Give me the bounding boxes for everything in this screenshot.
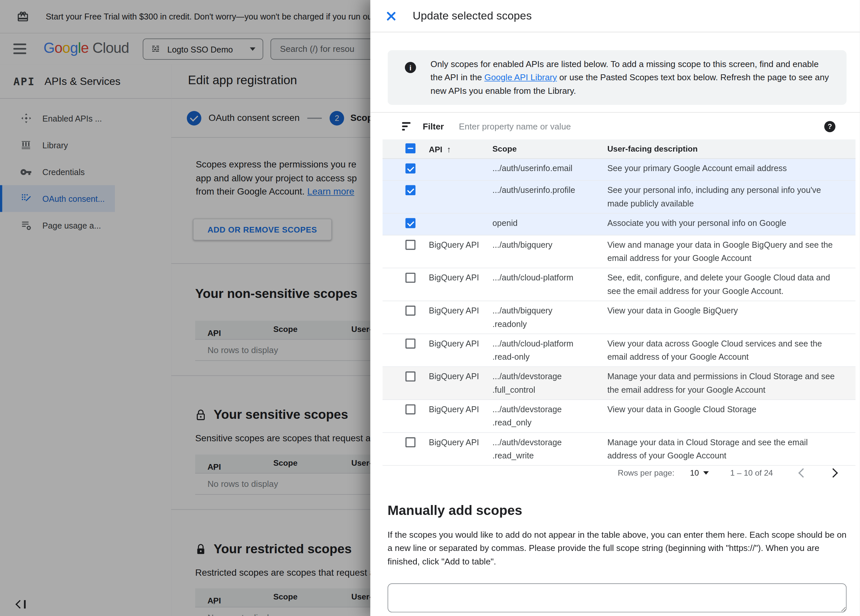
scope-row: BigQuery API.../auth/devstorage.full_con… — [383, 367, 855, 400]
scopes-table-header: API↑ Scope User-facing description — [383, 139, 855, 159]
description-cell: View your data in Google Cloud Storage — [607, 402, 847, 416]
scope-row: BigQuery API.../auth/bigqueryView and ma… — [383, 236, 855, 269]
scope-cell: .../auth/devstorage.read_write — [493, 436, 607, 462]
manual-scopes-textarea[interactable] — [388, 583, 847, 612]
scope-cell: .../auth/cloud-platform — [493, 271, 607, 285]
pagination-range: 1 – 10 of 24 — [730, 468, 773, 477]
scope-row: .../auth/userinfo.emailSee your primary … — [383, 159, 855, 181]
row-checkbox[interactable] — [406, 404, 416, 414]
pagination: Rows per page: 10 1 – 10 of 24 — [618, 461, 860, 485]
scope-cell: .../auth/userinfo.profile — [493, 184, 607, 197]
column-description[interactable]: User-facing description — [607, 145, 847, 153]
checkbox-cell — [383, 337, 429, 352]
checkbox-cell — [383, 271, 429, 287]
scope-cell: .../auth/bigquery — [493, 238, 607, 252]
description-cell: See your primary Google Account email ad… — [607, 162, 847, 175]
rows-per-page-label: Rows per page: — [618, 468, 674, 477]
manually-add-scopes-title: Manually add scopes — [388, 502, 523, 518]
help-icon[interactable]: ? — [824, 121, 836, 132]
description-cell: See your personal info, including any pe… — [607, 184, 847, 211]
api-cell: BigQuery API — [429, 238, 493, 252]
checkbox-cell — [383, 304, 429, 319]
info-banner: i Only scopes for enabled APIs are liste… — [388, 50, 847, 105]
row-checkbox[interactable] — [406, 185, 416, 195]
row-checkbox[interactable] — [406, 372, 416, 382]
api-cell: BigQuery API — [429, 370, 493, 383]
gcp-console: Start your Free Trial with $300 in credi… — [0, 0, 860, 616]
scope-row: .../auth/userinfo.profileSee your person… — [383, 181, 855, 214]
row-checkbox[interactable] — [406, 339, 416, 349]
chevron-right-icon[interactable] — [828, 468, 838, 478]
scope-row: openidAssociate you with your personal i… — [383, 214, 855, 236]
scope-cell: .../auth/bigquery.readonly — [493, 304, 607, 331]
info-text: Only scopes for enabled APIs are listed … — [431, 58, 831, 98]
filter-input[interactable]: Enter property name or value — [459, 121, 824, 131]
api-cell: BigQuery API — [429, 402, 493, 416]
description-cell: Associate you with your personal info on… — [607, 216, 847, 230]
filter-label: Filter — [423, 121, 444, 131]
description-cell: Manage your data and permissions in Clou… — [607, 370, 847, 397]
row-checkbox[interactable] — [406, 163, 416, 173]
row-checkbox[interactable] — [406, 273, 416, 283]
checkbox-cell — [383, 436, 429, 451]
info-icon: i — [405, 62, 416, 73]
scope-cell: .../auth/userinfo.email — [493, 162, 607, 175]
scope-cell: openid — [493, 216, 607, 230]
chevron-left-icon[interactable] — [798, 468, 808, 478]
sort-arrow-icon: ↑ — [447, 145, 451, 154]
select-all-checkbox[interactable] — [406, 143, 416, 153]
scopes-table: API↑ Scope User-facing description .../a… — [383, 139, 855, 466]
description-cell: View your data in Google BigQuery — [607, 304, 847, 317]
column-scope[interactable]: Scope — [493, 145, 607, 153]
api-cell: BigQuery API — [429, 271, 493, 285]
chevron-down-icon — [703, 471, 709, 475]
filter-icon — [402, 123, 410, 130]
description-cell: Manage your data in Cloud Storage and se… — [607, 436, 847, 462]
description-cell: See, edit, configure, and delete your Go… — [607, 271, 847, 298]
row-checkbox[interactable] — [406, 218, 416, 228]
close-icon[interactable] — [385, 10, 397, 22]
rows-per-page-select[interactable]: 10 — [690, 468, 709, 477]
panel-title: Update selected scopes — [413, 9, 532, 22]
api-cell: BigQuery API — [429, 337, 493, 350]
panel-header: Update selected scopes — [370, 0, 860, 32]
api-cell: BigQuery API — [429, 304, 493, 317]
api-cell: BigQuery API — [429, 436, 493, 449]
description-cell: View your data across Google Cloud servi… — [607, 337, 847, 364]
scope-cell: .../auth/devstorage.read_only — [493, 402, 607, 429]
checkbox-cell — [383, 162, 429, 178]
scopes-table-body: .../auth/userinfo.emailSee your primary … — [383, 159, 855, 466]
update-scopes-panel: Update selected scopes i Only scopes for… — [370, 0, 860, 616]
scope-row: BigQuery API.../auth/devstorage.read_onl… — [383, 400, 855, 433]
scope-row: BigQuery API.../auth/bigquery.readonlyVi… — [383, 301, 855, 334]
manually-add-scopes-desc: If the scopes you would like to add do n… — [388, 528, 847, 569]
row-checkbox[interactable] — [406, 305, 416, 316]
checkbox-cell — [383, 216, 429, 232]
scope-cell: .../auth/devstorage.full_control — [493, 370, 607, 397]
checkbox-cell — [383, 238, 429, 254]
scope-cell: .../auth/cloud-platform.read-only — [493, 337, 607, 364]
scope-row: BigQuery API.../auth/cloud-platformSee, … — [383, 268, 855, 301]
google-api-library-link[interactable]: Google API Library — [485, 73, 557, 82]
checkbox-cell — [383, 402, 429, 418]
scope-row: BigQuery API.../auth/cloud-platform.read… — [383, 334, 855, 367]
filter-bar: Filter Enter property name or value ? — [370, 112, 860, 140]
checkbox-cell — [383, 370, 429, 385]
column-api[interactable]: API↑ — [429, 145, 493, 154]
row-checkbox[interactable] — [406, 437, 416, 447]
row-checkbox[interactable] — [406, 240, 416, 250]
checkbox-cell — [383, 184, 429, 199]
description-cell: View and manage your data in Google BigQ… — [607, 238, 847, 265]
